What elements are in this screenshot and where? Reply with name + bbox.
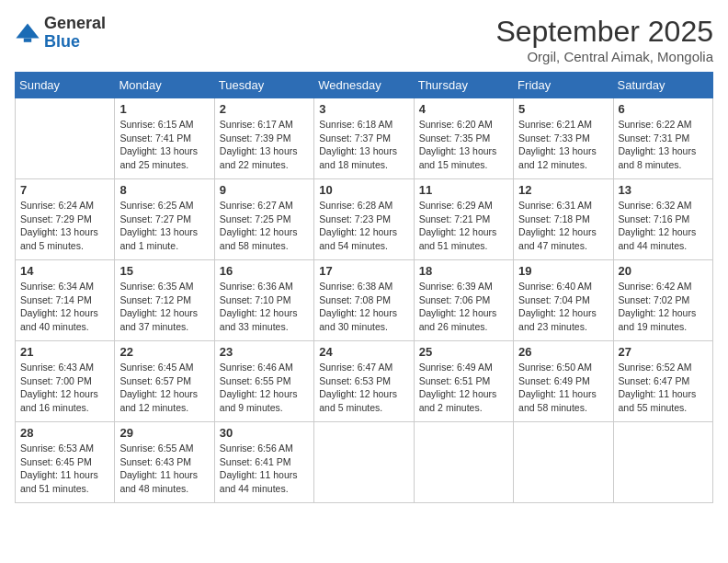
day-number: 28 bbox=[20, 426, 109, 440]
calendar-cell: 8Sunrise: 6:25 AM Sunset: 7:27 PM Daylig… bbox=[115, 179, 214, 260]
day-number: 5 bbox=[518, 102, 608, 116]
day-number: 20 bbox=[619, 264, 708, 278]
calendar-cell: 5Sunrise: 6:21 AM Sunset: 7:33 PM Daylig… bbox=[514, 98, 613, 179]
calendar-cell: 25Sunrise: 6:49 AM Sunset: 6:51 PM Dayli… bbox=[414, 341, 513, 422]
calendar-week-row: 28Sunrise: 6:53 AM Sunset: 6:45 PM Dayli… bbox=[16, 422, 713, 503]
day-number: 25 bbox=[419, 345, 508, 359]
calendar-cell: 12Sunrise: 6:31 AM Sunset: 7:18 PM Dayli… bbox=[514, 179, 613, 260]
day-number: 11 bbox=[419, 183, 508, 197]
day-info: Sunrise: 6:49 AM Sunset: 6:51 PM Dayligh… bbox=[419, 361, 508, 415]
day-info: Sunrise: 6:31 AM Sunset: 7:18 PM Dayligh… bbox=[518, 199, 608, 253]
day-info: Sunrise: 6:34 AM Sunset: 7:14 PM Dayligh… bbox=[20, 280, 109, 334]
day-info: Sunrise: 6:28 AM Sunset: 7:23 PM Dayligh… bbox=[319, 199, 408, 253]
calendar-cell: 15Sunrise: 6:35 AM Sunset: 7:12 PM Dayli… bbox=[115, 260, 214, 341]
day-info: Sunrise: 6:32 AM Sunset: 7:16 PM Dayligh… bbox=[619, 199, 708, 253]
day-number: 3 bbox=[319, 102, 408, 116]
calendar-cell: 16Sunrise: 6:36 AM Sunset: 7:10 PM Dayli… bbox=[214, 260, 313, 341]
day-info: Sunrise: 6:53 AM Sunset: 6:45 PM Dayligh… bbox=[20, 442, 109, 496]
day-info: Sunrise: 6:27 AM Sunset: 7:25 PM Dayligh… bbox=[220, 199, 309, 253]
calendar-cell: 29Sunrise: 6:55 AM Sunset: 6:43 PM Dayli… bbox=[115, 422, 214, 503]
calendar-cell: 17Sunrise: 6:38 AM Sunset: 7:08 PM Dayli… bbox=[314, 260, 414, 341]
page-header: General Blue September 2025 Orgil, Centr… bbox=[15, 15, 713, 64]
day-info: Sunrise: 6:24 AM Sunset: 7:29 PM Dayligh… bbox=[20, 199, 109, 253]
logo-blue-text: Blue bbox=[44, 32, 80, 51]
day-number: 10 bbox=[319, 183, 408, 197]
weekday-header-thursday: Thursday bbox=[414, 73, 513, 98]
day-number: 15 bbox=[119, 264, 209, 278]
weekday-header-sunday: Sunday bbox=[16, 73, 115, 98]
weekday-header-row: SundayMondayTuesdayWednesdayThursdayFrid… bbox=[16, 73, 713, 98]
calendar-cell: 30Sunrise: 6:56 AM Sunset: 6:41 PM Dayli… bbox=[214, 422, 313, 503]
calendar-cell bbox=[414, 422, 513, 503]
calendar-cell: 1Sunrise: 6:15 AM Sunset: 7:41 PM Daylig… bbox=[115, 98, 214, 179]
day-info: Sunrise: 6:46 AM Sunset: 6:55 PM Dayligh… bbox=[220, 361, 309, 415]
calendar-cell bbox=[613, 422, 712, 503]
day-info: Sunrise: 6:29 AM Sunset: 7:21 PM Dayligh… bbox=[419, 199, 508, 253]
day-info: Sunrise: 6:18 AM Sunset: 7:37 PM Dayligh… bbox=[319, 118, 408, 172]
day-info: Sunrise: 6:22 AM Sunset: 7:31 PM Dayligh… bbox=[619, 118, 708, 172]
calendar-week-row: 21Sunrise: 6:43 AM Sunset: 7:00 PM Dayli… bbox=[16, 341, 713, 422]
day-info: Sunrise: 6:43 AM Sunset: 7:00 PM Dayligh… bbox=[20, 361, 109, 415]
calendar-cell: 9Sunrise: 6:27 AM Sunset: 7:25 PM Daylig… bbox=[214, 179, 313, 260]
day-number: 24 bbox=[319, 345, 408, 359]
weekday-header-saturday: Saturday bbox=[613, 73, 712, 98]
calendar-cell bbox=[314, 422, 414, 503]
month-title: September 2025 bbox=[495, 15, 713, 49]
weekday-header-monday: Monday bbox=[115, 73, 214, 98]
calendar-cell: 6Sunrise: 6:22 AM Sunset: 7:31 PM Daylig… bbox=[613, 98, 712, 179]
day-info: Sunrise: 6:36 AM Sunset: 7:10 PM Dayligh… bbox=[220, 280, 309, 334]
day-number: 13 bbox=[619, 183, 708, 197]
day-info: Sunrise: 6:21 AM Sunset: 7:33 PM Dayligh… bbox=[518, 118, 608, 172]
day-number: 27 bbox=[619, 345, 708, 359]
svg-rect-2 bbox=[24, 38, 31, 41]
day-number: 16 bbox=[220, 264, 309, 278]
day-number: 19 bbox=[518, 264, 608, 278]
weekday-header-friday: Friday bbox=[514, 73, 613, 98]
calendar-cell: 11Sunrise: 6:29 AM Sunset: 7:21 PM Dayli… bbox=[414, 179, 513, 260]
location-subtitle: Orgil, Central Aimak, Mongolia bbox=[495, 49, 713, 64]
day-number: 21 bbox=[20, 345, 109, 359]
day-info: Sunrise: 6:39 AM Sunset: 7:06 PM Dayligh… bbox=[419, 280, 508, 334]
day-number: 29 bbox=[119, 426, 209, 440]
calendar-cell: 18Sunrise: 6:39 AM Sunset: 7:06 PM Dayli… bbox=[414, 260, 513, 341]
calendar-cell: 21Sunrise: 6:43 AM Sunset: 7:00 PM Dayli… bbox=[16, 341, 115, 422]
calendar-cell: 23Sunrise: 6:46 AM Sunset: 6:55 PM Dayli… bbox=[214, 341, 313, 422]
day-number: 8 bbox=[119, 183, 209, 197]
day-info: Sunrise: 6:15 AM Sunset: 7:41 PM Dayligh… bbox=[119, 118, 209, 172]
calendar-cell: 24Sunrise: 6:47 AM Sunset: 6:53 PM Dayli… bbox=[314, 341, 414, 422]
day-number: 1 bbox=[119, 102, 209, 116]
day-info: Sunrise: 6:20 AM Sunset: 7:35 PM Dayligh… bbox=[419, 118, 508, 172]
day-number: 23 bbox=[220, 345, 309, 359]
day-number: 30 bbox=[220, 426, 309, 440]
day-number: 9 bbox=[220, 183, 309, 197]
day-info: Sunrise: 6:25 AM Sunset: 7:27 PM Dayligh… bbox=[119, 199, 209, 253]
day-info: Sunrise: 6:45 AM Sunset: 6:57 PM Dayligh… bbox=[119, 361, 209, 415]
calendar-week-row: 14Sunrise: 6:34 AM Sunset: 7:14 PM Dayli… bbox=[16, 260, 713, 341]
weekday-header-wednesday: Wednesday bbox=[314, 73, 414, 98]
day-info: Sunrise: 6:40 AM Sunset: 7:04 PM Dayligh… bbox=[518, 280, 608, 334]
day-number: 4 bbox=[419, 102, 508, 116]
logo-text: General Blue bbox=[44, 15, 106, 52]
day-number: 12 bbox=[518, 183, 608, 197]
day-number: 18 bbox=[419, 264, 508, 278]
day-number: 26 bbox=[518, 345, 608, 359]
weekday-header-tuesday: Tuesday bbox=[214, 73, 313, 98]
logo-icon bbox=[15, 20, 40, 46]
calendar-cell: 19Sunrise: 6:40 AM Sunset: 7:04 PM Dayli… bbox=[514, 260, 613, 341]
calendar-cell: 20Sunrise: 6:42 AM Sunset: 7:02 PM Dayli… bbox=[613, 260, 712, 341]
day-info: Sunrise: 6:50 AM Sunset: 6:49 PM Dayligh… bbox=[518, 361, 608, 415]
calendar-week-row: 7Sunrise: 6:24 AM Sunset: 7:29 PM Daylig… bbox=[16, 179, 713, 260]
title-block: September 2025 Orgil, Central Aimak, Mon… bbox=[495, 15, 713, 64]
day-info: Sunrise: 6:52 AM Sunset: 6:47 PM Dayligh… bbox=[619, 361, 708, 415]
calendar-cell: 2Sunrise: 6:17 AM Sunset: 7:39 PM Daylig… bbox=[214, 98, 313, 179]
calendar-cell: 10Sunrise: 6:28 AM Sunset: 7:23 PM Dayli… bbox=[314, 179, 414, 260]
calendar-table: SundayMondayTuesdayWednesdayThursdayFrid… bbox=[15, 72, 713, 503]
day-info: Sunrise: 6:38 AM Sunset: 7:08 PM Dayligh… bbox=[319, 280, 408, 334]
calendar-cell: 3Sunrise: 6:18 AM Sunset: 7:37 PM Daylig… bbox=[314, 98, 414, 179]
day-info: Sunrise: 6:35 AM Sunset: 7:12 PM Dayligh… bbox=[119, 280, 209, 334]
calendar-cell: 4Sunrise: 6:20 AM Sunset: 7:35 PM Daylig… bbox=[414, 98, 513, 179]
day-info: Sunrise: 6:56 AM Sunset: 6:41 PM Dayligh… bbox=[220, 442, 309, 496]
day-number: 2 bbox=[220, 102, 309, 116]
day-info: Sunrise: 6:47 AM Sunset: 6:53 PM Dayligh… bbox=[319, 361, 408, 415]
day-number: 6 bbox=[619, 102, 708, 116]
